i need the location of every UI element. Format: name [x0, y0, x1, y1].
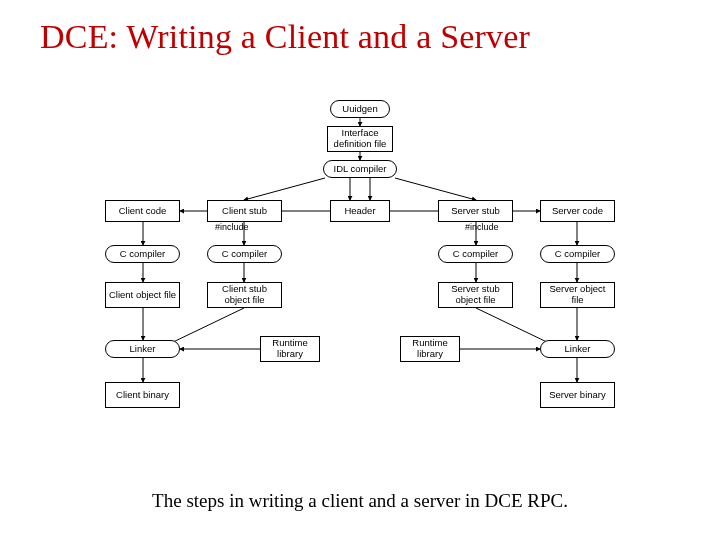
- svg-line-17: [169, 308, 244, 344]
- node-server-binary: Server binary: [540, 382, 615, 408]
- node-header: Header: [330, 200, 390, 222]
- svg-line-19: [476, 308, 551, 344]
- node-c-compiler-3: C compiler: [438, 245, 513, 263]
- caption: The steps in writing a client and a serv…: [0, 490, 720, 512]
- node-runtime-library-left: Runtime library: [260, 336, 320, 362]
- svg-line-5: [395, 178, 476, 200]
- page-title: DCE: Writing a Client and a Server: [0, 0, 720, 56]
- node-c-compiler-4: C compiler: [540, 245, 615, 263]
- node-linker-right: Linker: [540, 340, 615, 358]
- label-include-right: #include: [465, 222, 499, 232]
- node-c-compiler-2: C compiler: [207, 245, 282, 263]
- svg-line-2: [244, 178, 325, 200]
- node-c-compiler-1: C compiler: [105, 245, 180, 263]
- node-idl-compiler: IDL compiler: [323, 160, 397, 178]
- node-interface-definition-file: Interface definition file: [327, 126, 393, 152]
- node-linker-left: Linker: [105, 340, 180, 358]
- node-client-stub-object-file: Client stub object file: [207, 282, 282, 308]
- node-server-code: Server code: [540, 200, 615, 222]
- node-client-stub: Client stub: [207, 200, 282, 222]
- node-client-code: Client code: [105, 200, 180, 222]
- node-server-stub: Server stub: [438, 200, 513, 222]
- node-uuidgen: Uuidgen: [330, 100, 390, 118]
- node-server-object-file: Server object file: [540, 282, 615, 308]
- node-client-object-file: Client object file: [105, 282, 180, 308]
- label-include-left: #include: [215, 222, 249, 232]
- diagram-container: Uuidgen Interface definition file IDL co…: [105, 100, 615, 440]
- node-client-binary: Client binary: [105, 382, 180, 408]
- node-server-stub-object-file: Server stub object file: [438, 282, 513, 308]
- node-runtime-library-right: Runtime library: [400, 336, 460, 362]
